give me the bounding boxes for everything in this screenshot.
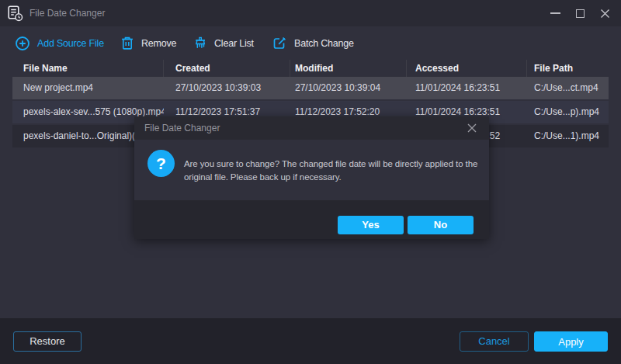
bottom-bar: Restore Cancel Apply [0,318,621,364]
cell-created: 27/10/2023 10:39:03 [164,77,290,99]
title-bar: File Date Changer [0,0,621,26]
dialog-title: File Date Changer [144,123,220,133]
question-icon: ? [147,150,175,177]
header-file-name[interactable]: File Name [12,60,164,77]
dialog-header: File Date Changer [134,116,489,140]
header-modified[interactable]: Modified [290,60,407,77]
yes-button[interactable]: Yes [338,216,404,234]
batch-change-label: Batch Change [294,38,354,49]
add-circle-icon [15,36,30,51]
dialog-message: Are you sure to change? The changed file… [184,158,482,184]
close-icon [599,8,611,19]
header-file-path[interactable]: File Path [527,60,609,77]
maximize-button[interactable] [567,0,592,26]
edit-icon [272,36,287,50]
remove-label: Remove [141,38,176,49]
clear-list-button[interactable]: Clear List [193,26,254,60]
apply-button[interactable]: Apply [534,331,608,352]
header-accessed[interactable]: Accessed [407,60,527,77]
app-icon [8,5,23,22]
header-created[interactable]: Created [164,60,290,77]
maximize-icon [576,9,585,18]
toolbar: Add Source File Remove Clear List Batch … [0,26,621,60]
trash-icon [120,36,134,50]
cancel-button[interactable]: Cancel [460,331,529,352]
cell-file-path: C:/Use...p).mp4 [527,101,609,123]
cell-accessed: 11/01/2024 16:23:51 [407,77,527,99]
dialog-close-icon[interactable] [466,122,478,134]
no-button[interactable]: No [408,216,474,234]
confirm-dialog: File Date Changer ? Are you sure to chan… [134,116,489,239]
batch-change-button[interactable]: Batch Change [272,26,354,60]
dialog-footer: Yes No [134,200,489,239]
minimize-icon [550,12,560,14]
add-source-file-button[interactable]: Add Source File [15,26,104,60]
cell-file-path: C:/Use...1).mp4 [527,125,609,147]
window-title: File Date Changer [29,8,105,19]
table-row[interactable]: New project.mp4 27/10/2023 10:39:03 27/1… [12,77,609,101]
dialog-body: ? Are you sure to change? The changed fi… [134,140,489,200]
clear-list-label: Clear List [214,38,254,49]
cell-file-name: New project.mp4 [12,77,164,99]
minimize-button[interactable] [543,0,567,26]
restore-button[interactable]: Restore [13,331,82,352]
table-header: File Name Created Modified Accessed File… [12,60,609,77]
close-button[interactable] [592,0,617,26]
cell-modified: 27/10/2023 10:39:04 [290,77,407,99]
broom-icon [193,36,207,50]
add-source-file-label: Add Source File [37,38,104,49]
remove-button[interactable]: Remove [120,26,176,60]
cell-file-path: C:/Use...ct.mp4 [527,77,609,99]
